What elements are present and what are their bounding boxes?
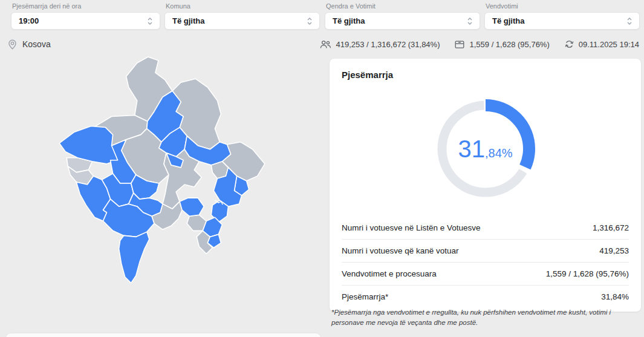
stats-group: 419,253 / 1,316,672 (31,84%) 1,559 / 1,6…: [320, 39, 639, 49]
donut-svg: [425, 88, 546, 209]
filter-komuna: Komuna Të gjitha: [164, 2, 320, 30]
komuna-select-value: Të gjitha: [172, 16, 204, 25]
row-value: 1,316,672: [593, 223, 629, 232]
row-label: Numri i votuesve në Listën e Votuesve: [342, 223, 481, 232]
breadcrumb-location: Kosova: [7, 39, 51, 50]
row-value: 1,559 / 1,628 (95,76%): [546, 269, 629, 278]
refresh-icon[interactable]: [564, 39, 574, 49]
map-pin-icon: [7, 39, 18, 50]
row-label: Vendvotimet e procesuara: [342, 269, 437, 278]
filter-bar: Pjesëmarrja deri në ora 19:00 Komuna Të …: [0, 0, 644, 31]
row-value: 419,253: [599, 246, 629, 255]
bottom-sheet-handle[interactable]: [6, 333, 320, 337]
qendra-select[interactable]: Të gjitha: [325, 12, 480, 30]
chevron-updown-icon: [146, 16, 154, 26]
filter-vendvotimi: Vendvotimi Të gjitha: [484, 2, 640, 30]
map-region[interactable]: [180, 198, 204, 216]
vendvotimi-select[interactable]: Të gjitha: [484, 12, 640, 30]
filter-time-label: Pjesëmarrja deri në ora: [11, 2, 160, 10]
komuna-select[interactable]: Të gjitha: [164, 12, 320, 30]
qendra-select-value: Të gjitha: [333, 16, 365, 25]
voters-icon: [320, 40, 331, 49]
filter-qendra-label: Qendra e Votimit: [325, 2, 480, 10]
turnout-table: Numri i votuesve në Listën e Votuesve 1,…: [342, 217, 629, 308]
time-select-value: 19:00: [19, 16, 39, 25]
vendvotimi-select-value: Të gjitha: [492, 16, 524, 25]
chevron-updown-icon: [466, 16, 473, 26]
table-row: Vendvotimet e procesuara 1,559 / 1,628 (…: [342, 262, 629, 285]
row-label: Pjesëmarrja*: [342, 292, 388, 301]
table-row: Numri i votuesve në Listën e Votuesve 1,…: [342, 217, 629, 239]
table-row: Numri i votuesve që kanë votuar 419,253: [342, 239, 629, 262]
stat-updated-value: 09.11.2025 19:14: [579, 40, 639, 49]
table-row: Pjesëmarrja* 31,84%: [342, 285, 629, 308]
turnout-donut-chart: 31,84%: [425, 88, 546, 209]
stat-updated: 09.11.2025 19:14: [564, 39, 639, 49]
chevron-updown-icon: [306, 16, 313, 26]
card-title: Pjesëmarrja: [342, 70, 629, 80]
row-value: 31,84%: [601, 292, 629, 301]
stat-voters-value: 419,253 / 1,316,672 (31,84%): [336, 40, 440, 49]
chevron-updown-icon: [626, 16, 633, 26]
row-label: Numri i votuesve që kanë votuar: [342, 246, 459, 255]
filter-komuna-label: Komuna: [164, 2, 320, 10]
stat-stations-value: 1,559 / 1,628 (95,76%): [469, 40, 549, 49]
turnout-footnote: *Pjesëmarrja nga vendvotimet e rregullta…: [331, 307, 641, 329]
turnout-card: Pjesëmarrja 31,84% Numri i votuesve në L…: [330, 59, 641, 312]
kosovo-municipality-map: [35, 53, 296, 315]
map-region[interactable]: [119, 232, 149, 283]
filter-qendra: Qendra e Votimit Të gjitha: [325, 2, 480, 30]
time-select[interactable]: 19:00: [11, 12, 160, 30]
ballot-box-icon: [454, 39, 465, 49]
filter-time: Pjesëmarrja deri në ora 19:00: [11, 2, 160, 30]
filter-vendvotimi-label: Vendvotimi: [484, 2, 640, 10]
status-bar: Kosova 419,253 / 1,316,672 (31,84%) 1,55…: [0, 34, 644, 54]
stat-stations: 1,559 / 1,628 (95,76%): [454, 39, 549, 49]
stat-voters: 419,253 / 1,316,672 (31,84%): [320, 40, 440, 49]
location-label: Kosova: [22, 39, 51, 49]
